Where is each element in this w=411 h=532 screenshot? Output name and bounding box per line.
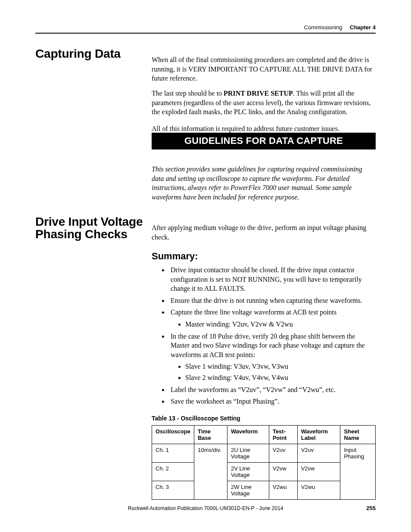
th-waveform: Waveform xyxy=(227,425,269,444)
cell-wflabel: V2vw xyxy=(297,462,340,481)
table-caption: Table 13 - Oscilloscope Setting xyxy=(152,415,376,422)
cell-osc: Ch. 3 xyxy=(152,481,194,499)
table-row: Ch. 1 10ms/div. 2U Line Voltage V2uv V2u… xyxy=(152,444,376,462)
para-capture-importance: When all of the final commissioning proc… xyxy=(152,55,376,83)
sublist-slaves: Slave 1 winding: V3uv, V3vw, V3wu Slave … xyxy=(171,362,376,382)
th-sheet-name: Sheet Name xyxy=(340,425,376,444)
th-waveform-label: Waveform Label xyxy=(297,425,340,444)
bullet-capture-3-lines-text: Capture the three line voltage waveforms… xyxy=(171,308,336,316)
para-guidelines-intro: This section provides some guidelines fo… xyxy=(152,165,376,202)
cell-waveform: 2V Line Voltage xyxy=(227,462,269,481)
header-section: Commissioning xyxy=(304,24,342,31)
cell-waveform: 2W Line Voltage xyxy=(227,481,269,499)
th-time-base: Time Base xyxy=(194,425,227,444)
heading-phasing-checks: Drive Input Voltage Phasing Checks xyxy=(35,215,143,241)
cell-testpoint: V2wu xyxy=(269,481,297,499)
cell-timebase: 10ms/div. xyxy=(194,444,227,499)
th-test-point: Test-Point xyxy=(269,425,297,444)
bullet-save-worksheet: Save the worksheet as “Input Phasing”. xyxy=(169,397,376,406)
bullet-not-running: Ensure that the drive is not running whe… xyxy=(169,296,376,305)
subbullet-master-winding: Master winding: V2uv, V2vw & V2wu xyxy=(185,320,376,329)
oscilloscope-table: Oscilloscope Time Base Waveform Test-Poi… xyxy=(152,425,376,500)
subbullet-slave1: Slave 1 winding: V3uv, V3vw, V3wu xyxy=(185,362,376,371)
heading-summary: Summary: xyxy=(152,251,376,262)
heading-capturing-data: Capturing Data xyxy=(35,47,143,60)
cell-testpoint: V2vw xyxy=(269,462,297,481)
th-oscilloscope: Oscilloscope xyxy=(152,425,194,444)
header-chapter: Chapter 4 xyxy=(350,24,376,31)
cell-wflabel: V2uv xyxy=(297,444,340,462)
banner-guidelines: GUIDELINES FOR DATA CAPTURE xyxy=(152,133,376,149)
para-phasing-intro: After applying medium voltage to the dri… xyxy=(152,223,376,242)
footer-publication: Rockwell Automation Publication 7000L-UM… xyxy=(35,505,376,511)
cell-osc: Ch. 1 xyxy=(152,444,194,462)
table-header-row: Oscilloscope Time Base Waveform Test-Poi… xyxy=(152,425,376,444)
summary-list: Drive input contactor should be closed. … xyxy=(152,265,376,406)
bullet-18-pulse: In the case of 18 Pulse drive, verify 20… xyxy=(169,332,376,383)
sublist-master: Master winding: V2uv, V2vw & V2wu xyxy=(171,320,376,329)
para-print-drive-setup: The last step should be to PRINT DRIVE S… xyxy=(152,89,376,117)
cell-sheetname: Input Phasing xyxy=(340,444,376,499)
bullet-capture-3-lines: Capture the three line voltage waveforms… xyxy=(169,308,376,329)
cell-osc: Ch. 2 xyxy=(152,462,194,481)
p2-text-a: The last step should be to xyxy=(152,90,224,97)
subbullet-slave2: Slave 2 winding: V4uv, V4vw, V4wu xyxy=(185,373,376,383)
bullet-18-pulse-text: In the case of 18 Pulse drive, verify 20… xyxy=(171,333,365,358)
para-info-required: All of this information is required to a… xyxy=(152,124,376,134)
running-header: Commissioning Chapter 4 xyxy=(304,24,376,31)
cell-waveform: 2U Line Voltage xyxy=(227,444,269,462)
cell-testpoint: V2uv xyxy=(269,444,297,462)
cell-wflabel: V2wu xyxy=(297,481,340,499)
bullet-label-waveforms: Label the waveforms as “V2uv”, “V2vw” an… xyxy=(169,385,376,395)
page: Commissioning Chapter 4 Capturing Data W… xyxy=(0,0,411,532)
page-number: 255 xyxy=(366,505,376,511)
p2-emphasis: PRINT DRIVE SETUP xyxy=(224,90,293,97)
header-rule xyxy=(35,33,376,34)
bullet-contactor: Drive input contactor should be closed. … xyxy=(169,265,376,293)
